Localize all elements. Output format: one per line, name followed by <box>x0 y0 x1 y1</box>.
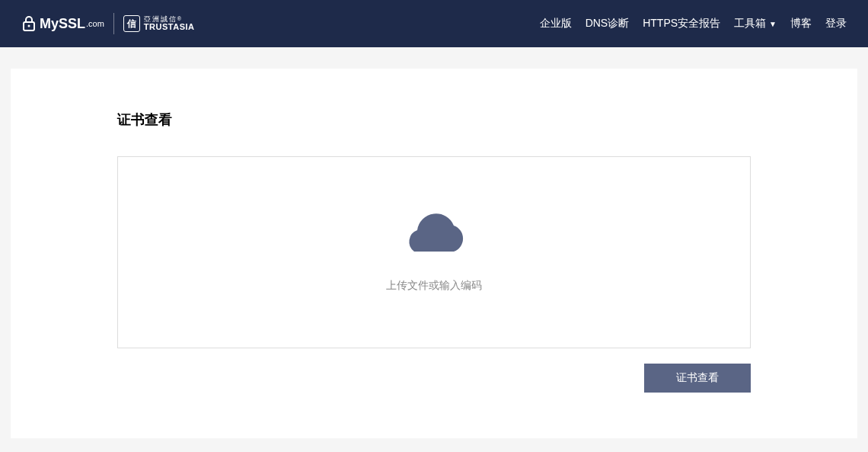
nav-dns[interactable]: DNS诊断 <box>586 17 630 30</box>
submit-button[interactable]: 证书查看 <box>644 364 751 393</box>
trustasia-text: 亞洲誠信® TRUSTASIA <box>144 16 195 31</box>
nav-blog[interactable]: 博客 <box>790 17 812 30</box>
trustasia-en: TRUSTASIA <box>144 23 195 31</box>
logo-trustasia[interactable]: 信 亞洲誠信® TRUSTASIA <box>123 15 195 32</box>
main: 证书查看 上传文件或输入编码 证书查看 <box>0 47 868 438</box>
page-title: 证书查看 <box>117 111 751 129</box>
header: MySSL.com 信 亞洲誠信® TRUSTASIA 企业版 DNS诊断 HT… <box>0 0 868 47</box>
chevron-down-icon: ▼ <box>769 20 777 28</box>
svg-point-1 <box>28 25 30 27</box>
nav-enterprise[interactable]: 企业版 <box>540 17 572 30</box>
logo-myssl[interactable]: MySSL.com <box>21 14 104 33</box>
logo-myssl-suffix: .com <box>86 19 104 28</box>
upload-text: 上传文件或输入编码 <box>386 279 482 293</box>
lock-icon <box>21 14 37 33</box>
nav-toolbox[interactable]: 工具箱 ▼ <box>734 17 777 30</box>
logo-section: MySSL.com 信 亞洲誠信® TRUSTASIA <box>21 13 195 34</box>
nav-https-report[interactable]: HTTPS安全报告 <box>643 17 720 30</box>
cloud-icon <box>399 212 469 256</box>
logo-myssl-text: MySSL <box>40 16 85 32</box>
logo-divider <box>113 13 114 34</box>
card: 证书查看 上传文件或输入编码 证书查看 <box>11 69 857 438</box>
button-row: 证书查看 <box>117 364 751 393</box>
trustasia-badge-icon: 信 <box>123 15 140 32</box>
upload-area[interactable]: 上传文件或输入编码 <box>117 156 751 348</box>
nav-toolbox-label: 工具箱 <box>734 17 766 30</box>
nav: 企业版 DNS诊断 HTTPS安全报告 工具箱 ▼ 博客 登录 <box>540 17 847 30</box>
nav-login[interactable]: 登录 <box>825 17 847 30</box>
